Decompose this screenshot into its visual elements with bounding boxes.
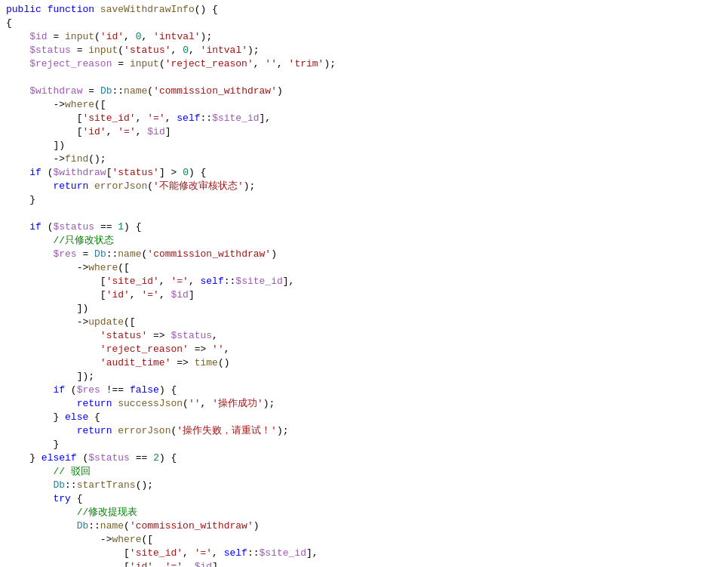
code-line: public function saveWithdrawInfo() { <box>0 3 728 17</box>
code-line: //只修改状态 <box>0 234 728 248</box>
code-line: try { <box>0 492 728 506</box>
code-line: return errorJson('不能修改审核状态'); <box>0 180 728 193</box>
code-line: } <box>0 438 728 451</box>
code-line: // 驳回 <box>0 465 728 479</box>
code-line: 'reject_reason' => '', <box>0 343 728 356</box>
code-line: ['site_id', '=', self::$site_id], <box>0 275 728 288</box>
code-line: } <box>0 193 728 207</box>
code-line: ->where([ <box>0 98 728 112</box>
code-line: ]) <box>0 139 728 153</box>
code-line: return successJson('', '操作成功'); <box>0 397 728 411</box>
code-line: 'audit_time' => time() <box>0 356 728 370</box>
code-line: ->where([ <box>0 261 728 275</box>
code-viewer: public function saveWithdrawInfo() {{ $i… <box>0 0 728 567</box>
code-line: ['site_id', '=', self::$site_id], <box>0 547 728 560</box>
code-line <box>0 71 728 85</box>
code-line: Db::name('commission_withdraw') <box>0 519 728 533</box>
code-line: Db::startTrans(); <box>0 479 728 492</box>
code-line: } else { <box>0 411 728 424</box>
code-line: } elseif ($status == 2) { <box>0 451 728 465</box>
code-line: return errorJson('操作失败，请重试！'); <box>0 424 728 438</box>
code-line: 'status' => $status, <box>0 329 728 343</box>
code-line: ['site_id', '=', self::$site_id], <box>0 112 728 125</box>
code-line: ['id', '=', $id] <box>0 288 728 302</box>
code-line: //修改提现表 <box>0 506 728 519</box>
code-line: if ($withdraw['status'] > 0) { <box>0 166 728 180</box>
code-line: ]) <box>0 302 728 316</box>
code-line: ->where([ <box>0 533 728 547</box>
code-line: $withdraw = Db::name('commission_withdra… <box>0 85 728 98</box>
code-line: $status = input('status', 0, 'intval'); <box>0 44 728 57</box>
code-line: ->find(); <box>0 153 728 166</box>
code-line: $id = input('id', 0, 'intval'); <box>0 30 728 44</box>
code-line <box>0 207 728 220</box>
code-line: if ($status == 1) { <box>0 220 728 234</box>
code-line: if ($res !== false) { <box>0 384 728 397</box>
code-line: ]); <box>0 370 728 384</box>
code-line: { <box>0 17 728 30</box>
code-line: ->update([ <box>0 316 728 329</box>
code-line: $res = Db::name('commission_withdraw') <box>0 248 728 261</box>
code-lines: public function saveWithdrawInfo() {{ $i… <box>0 3 728 567</box>
code-line: $reject_reason = input('reject_reason', … <box>0 57 728 71</box>
code-line: ['id', '=', $id] <box>0 125 728 139</box>
code-line: ['id', '=', $id] <box>0 560 728 567</box>
